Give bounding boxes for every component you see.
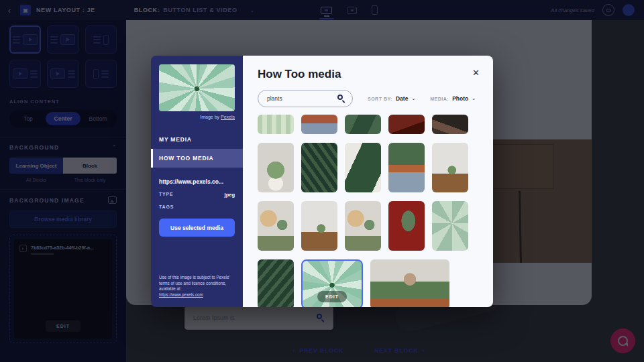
modal-title: How Too media <box>258 68 478 81</box>
menu-item-how-too-media[interactable]: HOW TOO MEDIA <box>151 149 243 168</box>
pexels-link[interactable]: Pexels <box>221 115 235 119</box>
thumbnail-edit-button[interactable]: EDIT <box>317 291 347 302</box>
chevron-down-icon: ⌄ <box>472 96 476 101</box>
media-thumbnail-dark-leaf[interactable] <box>345 115 381 134</box>
selected-media-preview-image <box>159 64 235 111</box>
media-type-value[interactable]: Photo <box>452 95 468 102</box>
media-thumbnail-plant-white-pot[interactable] <box>258 143 294 192</box>
legal-text: Use of this image is subject to Pexels' … <box>159 275 235 298</box>
media-thumbnail-person-holding-plant[interactable] <box>388 143 425 192</box>
media-thumbnail-pale-succulent[interactable] <box>432 201 468 251</box>
media-thumbnail-plant-on-dresser[interactable] <box>301 201 337 251</box>
media-type-control: MEDIA: Photo ⌄ <box>430 95 476 102</box>
sort-by-label: SORT BY: <box>368 97 392 101</box>
media-thumbnail-woman-with-plant[interactable] <box>258 201 294 251</box>
chevron-down-icon: ⌄ <box>411 96 415 101</box>
pexels-terms-link[interactable]: https://www.pexels.com <box>159 292 203 297</box>
menu-item-my-media[interactable]: MY MEDIA <box>151 130 243 149</box>
media-grid: EDIT <box>258 115 471 307</box>
type-value: jpeg <box>225 192 235 198</box>
media-picker-modal: Image by Pexels MY MEDIA HOW TOO MEDIA h… <box>151 56 493 307</box>
media-type-label: MEDIA: <box>430 97 449 101</box>
media-thumbnail-plant-red-background[interactable] <box>388 115 425 134</box>
search-icon <box>337 95 345 103</box>
tags-label: TAGS <box>159 204 174 209</box>
media-search-input[interactable]: plants <box>258 90 353 107</box>
sort-by-control: SORT BY: Date ⌄ <box>368 95 415 102</box>
selected-media-url: https://www.pexels.co... <box>159 178 235 185</box>
media-search-value: plants <box>267 95 337 102</box>
media-thumbnail-person-dark[interactable] <box>432 115 468 134</box>
use-selected-media-button[interactable]: Use selected media <box>159 219 235 237</box>
media-thumbnail-woman-with-plant[interactable] <box>345 201 381 251</box>
sort-by-value[interactable]: Date <box>396 95 408 102</box>
media-thumbnail-dark-succulent[interactable] <box>258 259 294 307</box>
media-thumbnail-agave-succulent-selected[interactable]: EDIT <box>301 259 363 307</box>
media-thumbnail-dark-succulent[interactable] <box>301 143 337 192</box>
image-credit: Image by Pexels <box>159 115 235 119</box>
media-thumbnail-cactus-red-background[interactable] <box>388 201 425 251</box>
media-thumbnail-large-leaf[interactable] <box>345 143 381 192</box>
media-thumbnail-person-holding-pot[interactable] <box>301 115 337 134</box>
media-thumbnail-plant-on-dresser[interactable] <box>432 143 468 192</box>
modal-main: How Too media ✕ plants SORT BY: Date ⌄ M… <box>243 56 493 307</box>
media-thumbnail-woman-among-potted-plants[interactable] <box>370 259 449 307</box>
modal-sidebar: Image by Pexels MY MEDIA HOW TOO MEDIA h… <box>151 56 243 307</box>
type-label: TYPE <box>159 192 173 198</box>
media-thumbnail-striped-leaves[interactable] <box>258 115 294 134</box>
close-icon[interactable]: ✕ <box>472 68 480 78</box>
modal-menu: MY MEDIA HOW TOO MEDIA <box>151 130 243 168</box>
